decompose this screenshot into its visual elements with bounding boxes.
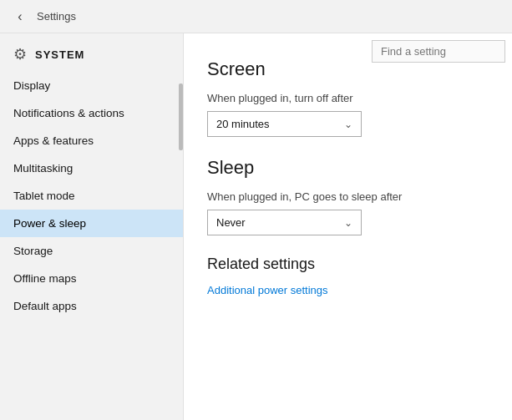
sidebar-item-apps[interactable]: Apps & features	[0, 127, 183, 154]
gear-icon: ⚙	[13, 45, 27, 63]
sidebar-item-tablet[interactable]: Tablet mode	[0, 182, 183, 210]
sleep-dropdown[interactable]: Never ⌄	[207, 210, 362, 235]
sidebar-scrollbar[interactable]	[179, 83, 183, 150]
screen-field-label: When plugged in, turn off after	[207, 92, 489, 104]
content-area: Screen When plugged in, turn off after 2…	[184, 33, 512, 420]
search-input[interactable]	[372, 40, 505, 63]
sidebar-item-notifications[interactable]: Notifications & actions	[0, 99, 183, 127]
sidebar-item-offline-maps[interactable]: Offline maps	[0, 265, 183, 292]
related-settings-section: Related settings Additional power settin…	[207, 256, 489, 296]
sidebar-item-multitasking[interactable]: Multitasking	[0, 154, 183, 182]
sidebar-item-storage[interactable]: Storage	[0, 237, 183, 265]
title-bar-label: Settings	[37, 10, 76, 23]
sidebar: ⚙ SYSTEM Display Notifications & actions…	[0, 33, 184, 320]
sidebar-item-default-apps[interactable]: Default apps	[0, 292, 183, 320]
sleep-dropdown-value: Never	[216, 216, 246, 229]
back-button[interactable]: ‹	[10, 7, 30, 27]
screen-dropdown-arrow: ⌄	[344, 119, 352, 130]
sidebar-wrapper: ⚙ SYSTEM Display Notifications & actions…	[0, 33, 184, 420]
additional-power-settings-link[interactable]: Additional power settings	[207, 284, 328, 296]
screen-section: Screen When plugged in, turn off after 2…	[207, 58, 489, 137]
system-label: SYSTEM	[35, 48, 84, 61]
sleep-dropdown-arrow: ⌄	[344, 217, 352, 229]
sidebar-item-display[interactable]: Display	[0, 72, 183, 99]
sidebar-item-power[interactable]: Power & sleep	[0, 210, 183, 237]
sidebar-header: ⚙ SYSTEM	[0, 33, 183, 72]
main-layout: ⚙ SYSTEM Display Notifications & actions…	[0, 33, 512, 420]
related-settings-title: Related settings	[207, 256, 489, 273]
screen-dropdown[interactable]: 20 minutes ⌄	[207, 111, 362, 137]
sleep-section-title: Sleep	[207, 157, 489, 179]
search-container	[365, 33, 512, 69]
title-bar: ‹ Settings	[0, 0, 512, 33]
sleep-field-label: When plugged in, PC goes to sleep after	[207, 190, 489, 203]
sleep-section: Sleep When plugged in, PC goes to sleep …	[207, 157, 489, 235]
screen-dropdown-value: 20 minutes	[216, 118, 270, 130]
